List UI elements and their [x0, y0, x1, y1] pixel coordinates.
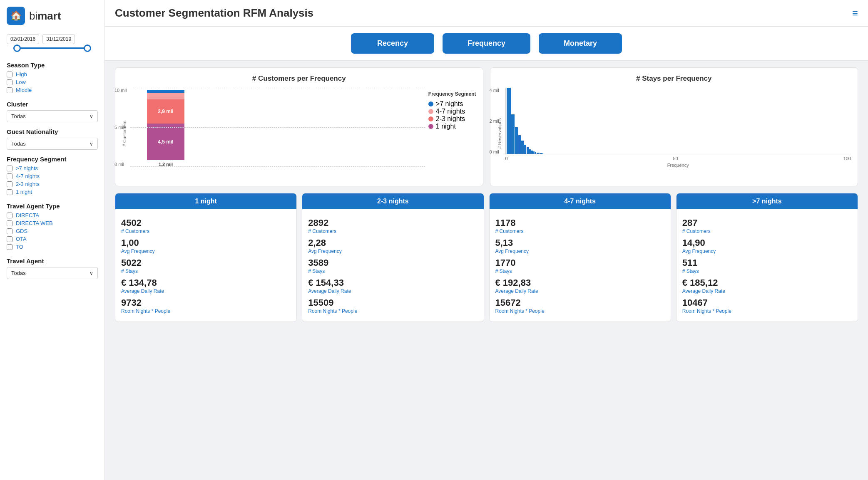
- seg-3-customers-label: # Customers: [495, 228, 665, 234]
- seg-2-adr-label: Average Daily Rate: [308, 288, 478, 294]
- ta-to-checkbox[interactable]: [7, 244, 12, 250]
- seg-1-stays-value: 5022: [121, 257, 291, 268]
- date-to[interactable]: 31/12/2019: [42, 34, 75, 44]
- freq-1-checkbox[interactable]: [7, 189, 12, 195]
- seg-1-freq-value: 1,00: [121, 238, 291, 248]
- slider-handle-right[interactable]: [84, 45, 91, 52]
- cluster-section: Cluster Todas ∨: [7, 101, 98, 122]
- left-chart-card: # Customers per Frequency # Customers 10…: [115, 67, 483, 186]
- seg-body-1night: 4502 # Customers 1,00 Avg Frequency 5022…: [115, 209, 296, 322]
- season-low-item: Low: [7, 79, 98, 85]
- season-middle-checkbox[interactable]: [7, 87, 12, 93]
- hist-x-0: 0: [505, 156, 508, 161]
- legend-dot-gt7: [428, 101, 433, 106]
- seg-3-freq-value: 5,13: [495, 238, 665, 248]
- legend-2-3: 2-3 nights: [428, 115, 476, 123]
- seg-2-freq-label: Avg Frequency: [308, 248, 478, 254]
- hist-bar-4: [518, 135, 521, 154]
- home-icon[interactable]: 🏠: [7, 7, 25, 25]
- legend-dot-2-3: [428, 116, 433, 121]
- y-tick-5mil: 5 mil: [114, 125, 127, 130]
- seg-2-customers-label: # Customers: [308, 228, 478, 234]
- bar-seg-2-3: 2,9 mil: [147, 99, 184, 124]
- date-from[interactable]: 02/01/2016: [7, 34, 39, 44]
- ta-to-label: TO: [16, 244, 23, 250]
- cluster-label: Cluster: [7, 101, 98, 108]
- ta-ota-checkbox[interactable]: [7, 236, 12, 242]
- seg-3-stays-value: 1770: [495, 257, 665, 268]
- guest-nationality-dropdown[interactable]: Todas ∨: [7, 138, 98, 150]
- tab-monetary[interactable]: Monetary: [539, 33, 622, 54]
- seg-3-rn-label: Room Nights * People: [495, 308, 665, 314]
- hist-bar-7: [527, 147, 529, 154]
- guest-nationality-section: Guest Nationality Todas ∨: [7, 128, 98, 150]
- page-title: Customer Segmentation RFM Analysis: [115, 7, 313, 20]
- seg-4-customers-label: # Customers: [682, 228, 852, 234]
- title-light: Customer Segmentation: [115, 7, 240, 19]
- cluster-dropdown[interactable]: Todas ∨: [7, 110, 98, 122]
- travel-agent-label: Travel Agent: [7, 257, 98, 265]
- seg-2-rn-label: Room Nights * People: [308, 308, 478, 314]
- hist-bar-13: [538, 153, 540, 154]
- tab-recency[interactable]: Recency: [351, 33, 434, 54]
- histogram-bars: [505, 88, 851, 154]
- seg-4-freq-label: Avg Frequency: [682, 248, 852, 254]
- hist-bar-1: [507, 88, 511, 154]
- tabs-row: Recency Frequency Monetary: [105, 27, 868, 61]
- segment-card-1night: 1 night 4502 # Customers 1,00 Avg Freque…: [115, 193, 297, 322]
- hist-bar-11: [535, 152, 536, 154]
- seg-2-adr-value: € 154,33: [308, 277, 478, 288]
- seg-1-customers-label: # Customers: [121, 228, 291, 234]
- freq-2-3-item: 2-3 nights: [7, 181, 98, 187]
- freq-gt7-checkbox[interactable]: [7, 166, 12, 171]
- ta-gds-label: GDS: [16, 228, 27, 234]
- legend-label-1: 1 night: [436, 123, 456, 130]
- seg-header-4-7nights: 4-7 nights: [490, 193, 671, 209]
- season-middle-item: Middle: [7, 87, 98, 93]
- seg-3-freq-label: Avg Frequency: [495, 248, 665, 254]
- freq-2-3-checkbox[interactable]: [7, 181, 12, 187]
- legend-label-4-7: 4-7 nights: [436, 108, 465, 115]
- tab-frequency[interactable]: Frequency: [443, 33, 530, 54]
- seg-2-stays-value: 3589: [308, 257, 478, 268]
- hist-bar-2: [511, 114, 515, 154]
- ta-directa-label: DIRECTA: [16, 212, 39, 218]
- right-y-tick-4mil: 4 mil: [490, 88, 499, 93]
- hist-bar-14: [540, 153, 541, 154]
- hist-bar-6: [524, 145, 526, 154]
- ta-ota-label: OTA: [16, 236, 27, 242]
- seg-header-1night: 1 night: [115, 193, 296, 209]
- travel-agent-dropdown[interactable]: Todas ∨: [7, 267, 98, 279]
- right-y-ticks: 4 mil 2 mil 0 mil: [490, 88, 499, 154]
- chart-legend: Frequency Segment >7 nights 4-7 nights 2…: [428, 88, 476, 179]
- seg-3-customers-value: 1178: [495, 218, 665, 228]
- segment-card-2-3nights: 2-3 nights 2892 # Customers 2,28 Avg Fre…: [302, 193, 484, 322]
- date-range-area: 02/01/2016 31/12/2019: [7, 34, 98, 56]
- bar-seg-gt7: [147, 90, 184, 93]
- season-low-checkbox[interactable]: [7, 79, 12, 85]
- hamburger-icon[interactable]: ≡: [852, 7, 858, 19]
- frequency-segment-section: Frequency Segment >7 nights 4-7 nights 2…: [7, 156, 98, 197]
- freq-4-7-checkbox[interactable]: [7, 173, 12, 179]
- legend-label-2-3: 2-3 nights: [436, 115, 465, 123]
- slider-handle-left[interactable]: [13, 45, 21, 52]
- title-bold: RFM Analysis: [243, 7, 314, 19]
- ta-directa-web-item: DIRECTA WEB: [7, 220, 98, 226]
- freq-4-7-label: 4-7 nights: [16, 173, 40, 179]
- ta-gds-checkbox[interactable]: [7, 228, 12, 234]
- charts-row: # Customers per Frequency # Customers 10…: [105, 61, 868, 190]
- seg-1-rn-label: Room Nights * People: [121, 308, 291, 314]
- season-type-label: Season Type: [7, 62, 98, 69]
- ta-directa-checkbox[interactable]: [7, 213, 12, 218]
- season-middle-label: Middle: [16, 87, 32, 93]
- bar-seg-1: 4,5 mil: [147, 124, 184, 160]
- legend-label-gt7: >7 nights: [436, 100, 463, 108]
- season-high-checkbox[interactable]: [7, 72, 12, 77]
- ta-directa-web-checkbox[interactable]: [7, 220, 12, 226]
- right-y-tick-2mil: 2 mil: [490, 119, 499, 124]
- left-y-ticks: 10 mil 5 mil 0 mil: [114, 88, 127, 167]
- seg-1-customers-value: 4502: [121, 218, 291, 228]
- guest-nationality-value: Todas: [11, 141, 26, 147]
- seg-4-rn-label: Room Nights * People: [682, 308, 852, 314]
- freq-4-7-item: 4-7 nights: [7, 173, 98, 179]
